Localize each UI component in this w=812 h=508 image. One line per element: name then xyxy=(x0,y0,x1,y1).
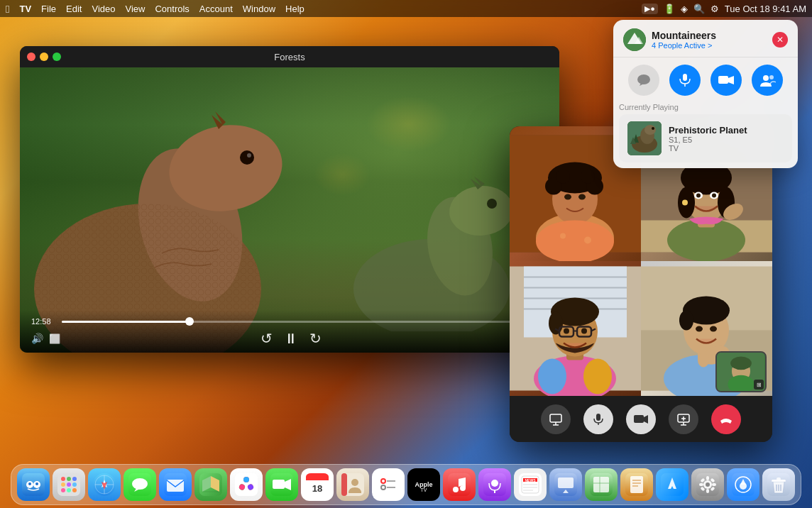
dock-item-appstore[interactable] xyxy=(656,468,688,501)
tv-titlebar: Forests xyxy=(20,46,559,67)
dock-item-finder[interactable] xyxy=(17,468,50,501)
dock-item-news[interactable]: NEWS xyxy=(514,468,547,501)
svg-point-21 xyxy=(556,170,570,184)
svg-point-130 xyxy=(132,478,148,490)
dock-item-mail[interactable] xyxy=(159,468,192,501)
video-action-button[interactable] xyxy=(710,65,742,96)
menubar-right: ▶︎● 🔋 ◈ 🔍 ⚙ Tue Oct 18 9:41 AM xyxy=(642,4,806,14)
svg-point-50 xyxy=(583,359,612,394)
close-button[interactable] xyxy=(27,53,35,61)
tv-video-content: 12:58 -33:73 🔊 ⬜ ↺ ⏸ ↻ xyxy=(20,67,559,353)
menu-video[interactable]: Video xyxy=(92,4,115,14)
svg-point-167 xyxy=(491,480,498,487)
svg-point-61 xyxy=(581,328,587,334)
volume-icon[interactable]: 🔊 xyxy=(31,333,43,344)
dock-item-trash[interactable] xyxy=(762,468,795,501)
rewind-10-button[interactable]: ↺ xyxy=(260,330,273,347)
svg-rect-207 xyxy=(777,477,781,480)
dock-item-appletv[interactable]: Apple TV xyxy=(407,468,440,501)
message-action-button[interactable] xyxy=(628,65,659,96)
app-menu-tv[interactable]: TV xyxy=(19,4,31,14)
menu-window[interactable]: Window xyxy=(243,4,275,14)
dock: 18 Apple TV xyxy=(11,464,801,505)
menu-account[interactable]: Account xyxy=(199,4,233,14)
svg-point-69 xyxy=(696,326,703,332)
menu-view[interactable]: View xyxy=(125,4,145,14)
menubar-left:  TV File Edit Video View Controls Accou… xyxy=(6,3,304,15)
group-avatar xyxy=(623,28,646,51)
popup-group-subtitle[interactable]: 4 People Active > xyxy=(652,41,716,50)
dock-item-facetime[interactable] xyxy=(265,468,298,501)
shareplay-facetime-button[interactable] xyxy=(541,404,571,434)
svg-point-98 xyxy=(763,75,769,81)
svg-text:18: 18 xyxy=(312,483,322,494)
forward-10-button[interactable]: ↻ xyxy=(309,330,322,347)
popup-actions xyxy=(613,57,798,103)
svg-point-192 xyxy=(706,482,710,487)
progress-fill xyxy=(62,321,190,323)
svg-rect-155 xyxy=(377,473,400,496)
dock-item-privacy[interactable] xyxy=(727,468,759,501)
svg-rect-78 xyxy=(634,415,644,423)
dock-item-keynote[interactable] xyxy=(549,468,582,501)
dock-item-launchpad[interactable] xyxy=(53,468,85,501)
svg-point-26 xyxy=(560,233,566,239)
mic-action-button[interactable] xyxy=(669,65,701,96)
svg-point-23 xyxy=(564,194,571,200)
menu-edit[interactable]: Edit xyxy=(66,4,82,14)
pause-button[interactable]: ⏸ xyxy=(284,331,298,347)
control-center-icon[interactable]: ⚙ xyxy=(710,4,719,14)
end-call-button[interactable] xyxy=(711,404,741,434)
dock-item-maps[interactable] xyxy=(194,468,227,501)
svg-rect-94 xyxy=(683,74,687,81)
currently-playing-card[interactable]: Prehistoric Planet S1, E5 TV xyxy=(619,114,792,162)
dock-item-pages[interactable] xyxy=(620,468,653,501)
svg-point-112 xyxy=(35,482,38,485)
popup-close-button[interactable]: ✕ xyxy=(772,32,788,48)
svg-point-154 xyxy=(351,479,358,486)
search-icon[interactable]: 🔍 xyxy=(693,4,705,14)
svg-point-118 xyxy=(67,482,71,487)
dock-item-reminders[interactable] xyxy=(372,468,405,501)
svg-rect-195 xyxy=(699,483,703,486)
people-action-button[interactable] xyxy=(752,65,783,96)
svg-point-92 xyxy=(637,74,650,84)
minimize-button[interactable] xyxy=(40,53,48,61)
dock-item-contacts[interactable] xyxy=(336,468,369,501)
dock-item-calendar[interactable]: 18 xyxy=(301,468,334,501)
svg-point-72 xyxy=(698,353,709,368)
dock-item-podcasts[interactable] xyxy=(478,468,511,501)
dock-item-numbers[interactable] xyxy=(585,468,618,501)
menu-file[interactable]: File xyxy=(41,4,56,14)
svg-point-117 xyxy=(61,482,65,487)
dock-item-photos[interactable] xyxy=(230,468,263,501)
menu-help[interactable]: Help xyxy=(285,4,304,14)
svg-rect-196 xyxy=(712,483,716,486)
svg-rect-184 xyxy=(630,476,643,493)
svg-point-25 xyxy=(536,221,614,262)
subtitles-icon[interactable]: ⬜ xyxy=(49,333,60,344)
battery-icon: 🔋 xyxy=(664,4,675,14)
mute-button[interactable] xyxy=(583,404,613,434)
screen-share-button[interactable] xyxy=(669,404,698,434)
svg-point-4 xyxy=(240,150,254,165)
apple-menu[interactable]:  xyxy=(6,3,9,15)
dock-item-safari[interactable] xyxy=(88,468,121,501)
dock-item-system-preferences[interactable] xyxy=(691,468,724,501)
svg-point-114 xyxy=(61,477,65,481)
svg-point-115 xyxy=(67,477,71,481)
camera-toggle-button[interactable] xyxy=(626,404,656,434)
svg-point-87 xyxy=(730,357,752,370)
svg-marker-79 xyxy=(644,415,648,424)
svg-point-104 xyxy=(644,125,656,135)
progress-track[interactable] xyxy=(62,321,517,323)
svg-point-40 xyxy=(682,200,688,206)
menu-controls[interactable]: Controls xyxy=(155,4,189,14)
facetime-controls-bar xyxy=(510,396,772,442)
dock-item-music[interactable] xyxy=(443,468,476,501)
cp-show-title: Prehistoric Planet xyxy=(669,125,784,136)
svg-point-68 xyxy=(679,311,693,331)
svg-rect-146 xyxy=(273,480,285,489)
maximize-button[interactable] xyxy=(53,53,61,61)
dock-item-messages[interactable] xyxy=(124,468,156,501)
